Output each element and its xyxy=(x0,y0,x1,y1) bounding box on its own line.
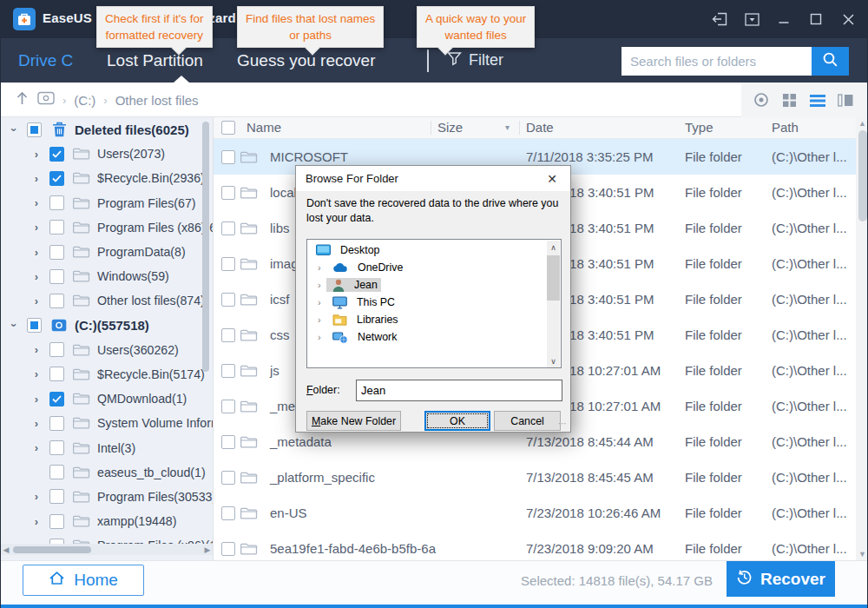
sidebar-item[interactable]: ›Program Files(67) xyxy=(1,191,213,215)
chevron-right-icon[interactable]: › xyxy=(30,196,43,209)
checkbox-unchecked[interactable] xyxy=(49,342,64,357)
sidebar-item[interactable]: ›ProgramData(8) xyxy=(1,240,213,264)
chevron-right-icon[interactable]: › xyxy=(318,297,326,307)
checkbox-unchecked[interactable] xyxy=(49,195,64,210)
chevron-right-icon[interactable]: › xyxy=(30,270,43,283)
sidebar-item[interactable]: ›Windows(59) xyxy=(1,264,213,288)
dialog-close-icon[interactable]: ✕ xyxy=(534,166,570,191)
sidebar-section[interactable]: ›(C:)(557518) xyxy=(1,314,213,338)
scroll-up-icon[interactable]: ▲ xyxy=(856,119,868,128)
select-all-checkbox[interactable] xyxy=(221,121,235,135)
dialog-tree-item[interactable]: ›Network xyxy=(307,328,561,346)
sidebar-horizontal-scrollbar[interactable]: ◀ ▶ xyxy=(1,544,213,555)
sidebar-item[interactable]: easeus_tb_cloud(1) xyxy=(1,460,213,485)
chevron-right-icon[interactable]: › xyxy=(30,367,43,380)
sidebar-item[interactable]: ›System Volume Inform xyxy=(1,411,213,435)
chevron-right-icon[interactable]: › xyxy=(318,314,326,325)
checkbox-partial[interactable] xyxy=(27,122,42,137)
scroll-right-icon[interactable]: ▶ xyxy=(202,545,213,554)
checkbox-partial[interactable] xyxy=(27,318,42,333)
checkbox-unchecked[interactable] xyxy=(49,245,64,260)
checkbox-unchecked[interactable] xyxy=(49,220,64,235)
grid-view-icon[interactable] xyxy=(781,92,797,108)
column-header-path[interactable]: Path xyxy=(772,117,799,138)
checkbox-unchecked[interactable] xyxy=(221,150,235,164)
chevron-right-icon[interactable]: › xyxy=(30,441,43,454)
checkbox-unchecked[interactable] xyxy=(49,440,64,455)
chevron-right-icon[interactable]: › xyxy=(30,393,43,406)
search-button[interactable] xyxy=(812,47,849,76)
sidebar-item[interactable]: ›Other lost files(874) xyxy=(1,288,213,313)
chevron-right-icon[interactable]: › xyxy=(30,172,43,185)
chevron-right-icon[interactable]: › xyxy=(30,221,43,234)
scrollbar-thumb[interactable] xyxy=(13,546,91,553)
sidebar-item[interactable]: ›Program Files(30533) xyxy=(1,485,213,509)
sidebar-item[interactable]: ›QMDownload(1) xyxy=(1,387,213,411)
checkbox-unchecked[interactable] xyxy=(221,364,235,378)
sidebar-item[interactable]: ›Users(2073) xyxy=(1,142,213,166)
folder-name-input[interactable] xyxy=(356,380,562,401)
checkbox-unchecked[interactable] xyxy=(221,293,235,307)
minimize-icon[interactable] xyxy=(775,10,792,28)
checkbox-unchecked[interactable] xyxy=(49,514,64,529)
sidebar-item[interactable]: ›Intel(3) xyxy=(1,435,213,459)
sidebar-item[interactable]: ›$Recycle.Bin(5174) xyxy=(1,362,213,387)
checkbox-unchecked[interactable] xyxy=(49,367,64,381)
preview-icon[interactable] xyxy=(753,92,769,108)
sidebar-section[interactable]: ›Deleted files(6025) xyxy=(1,117,213,142)
sidebar-item[interactable]: ›xampp(19448) xyxy=(1,509,213,533)
chevron-down-icon[interactable]: › xyxy=(8,320,21,332)
dialog-tree-scrollbar[interactable]: ∧ ∨ xyxy=(547,241,560,368)
scroll-up-icon[interactable]: ∧ xyxy=(547,243,560,252)
dropdown-window-icon[interactable] xyxy=(743,10,760,28)
dialog-tree-item[interactable]: ›Jean xyxy=(307,276,561,294)
breadcrumb-other-lost-files[interactable]: Other lost files xyxy=(115,93,199,108)
scroll-down-icon[interactable]: ▼ xyxy=(856,550,868,558)
detail-pane-icon[interactable] xyxy=(838,92,853,108)
sidebar-vertical-scrollbar[interactable] xyxy=(202,122,209,372)
ok-button[interactable]: OK xyxy=(424,411,490,431)
checkbox-checked[interactable] xyxy=(49,171,64,186)
recover-button[interactable]: Recover xyxy=(727,561,835,597)
dialog-tree-item[interactable]: ›Libraries xyxy=(307,311,561,328)
tab-drive-c[interactable]: Drive C xyxy=(18,38,73,83)
sidebar-item[interactable]: ›Users(360262) xyxy=(1,338,213,362)
size-sort-caret-icon[interactable]: ▾ xyxy=(505,117,510,138)
drive-icon[interactable] xyxy=(37,91,55,109)
checkbox-unchecked[interactable] xyxy=(221,328,235,342)
sidebar-item[interactable]: ›$Recycle.Bin(2936) xyxy=(1,166,213,190)
checkbox-unchecked[interactable] xyxy=(221,257,235,271)
checkbox-unchecked[interactable] xyxy=(221,435,235,449)
scroll-down-icon[interactable]: ∨ xyxy=(547,357,560,366)
chevron-down-icon[interactable]: › xyxy=(8,123,21,135)
table-row[interactable]: 5ea19fe1-fabd-4e6b-b5fb-6a7/23/2018 9:09… xyxy=(214,531,856,556)
chevron-right-icon[interactable]: › xyxy=(30,246,43,259)
make-new-folder-button[interactable]: Make New Folder xyxy=(306,411,401,431)
breadcrumb-drive-c[interactable]: (C:) xyxy=(74,93,95,108)
checkbox-unchecked[interactable] xyxy=(221,471,235,485)
table-row[interactable]: en-US7/23/2018 10:26:46 AMFile folder(C:… xyxy=(214,495,856,531)
checkbox-unchecked[interactable] xyxy=(49,269,64,284)
table-row[interactable]: _platform_specific7/13/2018 8:45:45 AMFi… xyxy=(214,459,856,495)
checkbox-unchecked[interactable] xyxy=(221,400,235,413)
chevron-right-icon[interactable]: › xyxy=(30,294,43,307)
scroll-left-icon[interactable]: ◀ xyxy=(1,545,11,554)
checkbox-unchecked[interactable] xyxy=(221,221,235,235)
close-icon[interactable] xyxy=(839,10,857,28)
checkbox-unchecked[interactable] xyxy=(49,294,64,308)
scrollbar-thumb[interactable] xyxy=(547,255,560,301)
exit-icon[interactable] xyxy=(711,10,728,28)
up-arrow-icon[interactable] xyxy=(15,91,30,109)
scrollbar-thumb[interactable] xyxy=(858,130,867,221)
dialog-resize-grip[interactable]: ⋯ ⋯ xyxy=(558,420,569,430)
chevron-right-icon[interactable]: › xyxy=(30,417,43,430)
checkbox-unchecked[interactable] xyxy=(49,465,64,479)
dialog-tree-item[interactable]: Desktop xyxy=(307,241,561,259)
dialog-tree-item[interactable]: ›OneDrive xyxy=(307,259,561,276)
column-header-size[interactable]: Size xyxy=(437,117,463,138)
sidebar-item[interactable]: ›Program Files (x86)(6) xyxy=(1,215,213,240)
checkbox-unchecked[interactable] xyxy=(221,506,235,520)
cancel-button[interactable]: Cancel xyxy=(494,411,561,431)
column-header-type[interactable]: Type xyxy=(685,117,713,138)
checkbox-checked[interactable] xyxy=(49,392,64,406)
